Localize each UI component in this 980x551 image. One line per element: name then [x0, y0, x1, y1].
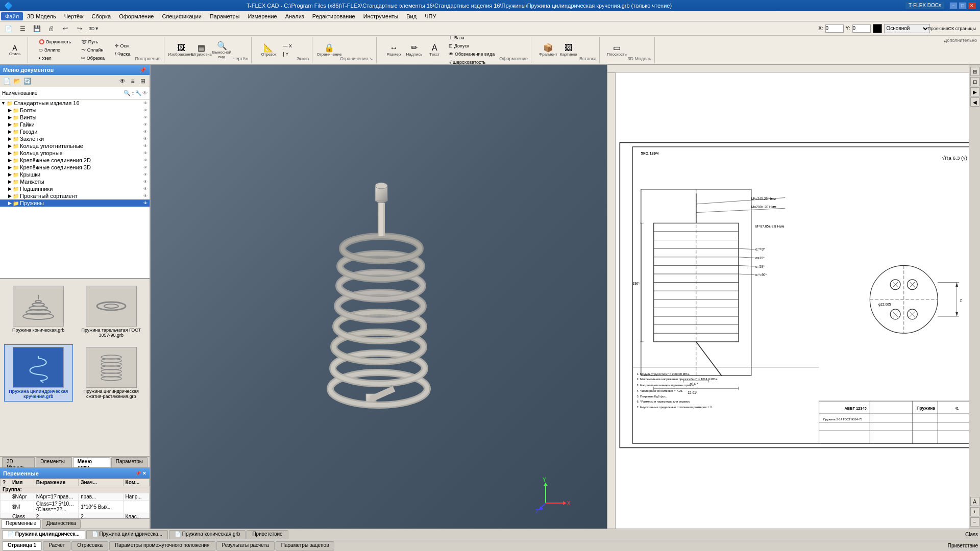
toolbar-3d[interactable]: 3D▼	[88, 23, 100, 34]
menu-specs[interactable]: Спецификации	[158, 12, 205, 20]
coord-y-input[interactable]	[852, 24, 871, 33]
toolbar-plane[interactable]: ▭ Плоскость	[607, 37, 626, 63]
toolbar-chamfer[interactable]: / Фаска	[111, 51, 134, 58]
toolbar-segment[interactable]: 📐 Отрезок	[259, 37, 278, 63]
style-combo[interactable]: Основной	[884, 24, 930, 33]
toolbar-inscription[interactable]: ✏ Надпись	[404, 37, 424, 63]
toolbar-hamburger[interactable]: ☰	[16, 23, 29, 34]
taskbar-item-2[interactable]: 📄 Пружина цилиндрическа...	[86, 530, 168, 539]
menu-drawing[interactable]: Чертёж	[60, 12, 88, 20]
taskbar-item-greeting[interactable]: Приветствие	[247, 530, 288, 539]
tree-screws[interactable]: ▶ 📁 Винты 👁	[0, 114, 150, 121]
doc-sort-icon[interactable]: ↕	[132, 90, 134, 96]
tab-diagnostics[interactable]: Диагностика	[42, 519, 81, 529]
toolbar-path[interactable]: ➰ Путь	[78, 38, 108, 46]
toolbar-constraint[interactable]: 🔒 Ограничение	[320, 37, 339, 63]
toolbar-print[interactable]: 🖨	[45, 23, 57, 34]
toolbar-node[interactable]: • Узел	[35, 55, 75, 62]
toolbar-style-btn[interactable]: A Стиль	[5, 37, 24, 63]
tree-nails[interactable]: ▶ 📁 Гвозди 👁	[0, 128, 150, 135]
menu-tools[interactable]: Инструменты	[359, 12, 403, 20]
taskbar-item-1[interactable]: 📄 Пружина цилиндрическ...	[2, 530, 85, 539]
toolbar-circle[interactable]: ⭕ Окружность	[35, 38, 75, 46]
drawing-content[interactable]: АВВГ 12345 Пружина 41 Пружина 2-14 ГОСТ …	[616, 73, 980, 517]
tree-nuts[interactable]: ▶ 📁 Гайки 👁	[0, 121, 150, 128]
tree-root[interactable]: ▼ 📁 Стандартные изделия 16 👁	[0, 99, 150, 107]
table-row[interactable]: $Nf Class=1?'5*10^6':{Class==2?... 1*10^…	[1, 500, 150, 513]
rstrip-view1[interactable]: ⊞	[970, 67, 979, 76]
toolbar-axes[interactable]: ✛ Оси	[111, 42, 134, 50]
rstrip-view4[interactable]: ◀	[970, 97, 979, 107]
rstrip-view7[interactable]: −	[970, 517, 979, 527]
toolbar-base[interactable]: ⊥ База	[445, 34, 498, 42]
menu-assembly[interactable]: Сборка	[88, 12, 115, 20]
toolbar-axis-y[interactable]: | Y	[279, 51, 296, 58]
tab-params[interactable]: Параметры	[111, 457, 148, 467]
tree-covers[interactable]: ▶ 📁 Крышки 👁	[0, 171, 150, 178]
rstrip-view3[interactable]: ▶	[970, 87, 979, 96]
tree-bearings[interactable]: ▶ 📁 Подшипники 👁	[0, 185, 150, 192]
minimize-button[interactable]: −	[949, 2, 958, 9]
doc-grid-btn[interactable]: ⊞	[138, 77, 148, 86]
menu-analysis[interactable]: Анализ	[281, 12, 308, 20]
tree-springs[interactable]: ▶ 📁 Пружины 👁	[0, 199, 150, 207]
thumb-conical-spring[interactable]: Пружина коническая.grb	[4, 283, 73, 340]
toolbar-dimension[interactable]: ↔ Размер	[384, 37, 403, 63]
table-row[interactable]: Class 2 2 Клас...	[1, 513, 150, 519]
toolbar-ellipse[interactable]: ⬭ Эллипс	[35, 46, 75, 54]
tab-3dmodel[interactable]: 3D Модель	[2, 457, 35, 467]
drawing-tab-page1[interactable]: Страница 1	[2, 541, 42, 550]
tree-rivets[interactable]: ▶ 📁 Заклёпки 👁	[0, 135, 150, 142]
coord-x-input[interactable]	[825, 24, 844, 33]
toolbar-text[interactable]: A Текст	[425, 37, 444, 63]
tree-sealing-rings[interactable]: ▶ 📁 Кольца уплотнительные 👁	[0, 142, 150, 149]
3d-view[interactable]: X Y Z	[151, 65, 607, 529]
doc-filter-icon[interactable]: 🔧	[135, 90, 141, 96]
drawing-tab-params[interactable]: Параметры промежуточного положения	[109, 541, 215, 550]
drawing-tab-results[interactable]: Результаты расчёта	[216, 541, 275, 550]
tab-elements[interactable]: Элементы ...	[36, 457, 72, 467]
taskbar-item-3[interactable]: 📄 Пружина коническая.grb	[169, 530, 246, 539]
toolbar-save[interactable]: 💾	[31, 23, 43, 34]
search-icon[interactable]: 🔍	[124, 90, 131, 96]
doc-menu-pin[interactable]: 📌	[139, 67, 146, 73]
tree-cuffs[interactable]: ▶ 📁 Манжеты 👁	[0, 178, 150, 185]
menu-formatting[interactable]: Оформление	[115, 12, 158, 20]
menu-view[interactable]: Вид	[402, 12, 421, 20]
doc-new-btn[interactable]: 📄	[2, 77, 11, 86]
tree-bolts[interactable]: ▶ 📁 Болты 👁	[0, 107, 150, 114]
doc-refresh-btn[interactable]: 🔄	[22, 77, 32, 86]
doc-open-btn[interactable]: 📂	[12, 77, 21, 86]
tree-thrust-rings[interactable]: ▶ 📁 Кольца упорные 👁	[0, 149, 150, 157]
maximize-button[interactable]: □	[959, 2, 967, 9]
toolbar-view-label[interactable]: 👁 Обозначение вида	[445, 51, 498, 58]
menu-params[interactable]: Параметры	[206, 12, 244, 20]
toolbar-undo[interactable]: ↩	[59, 23, 71, 34]
thumb-torsion-spring[interactable]: Пружина цилиндрическая кручения.grb	[4, 344, 73, 402]
rstrip-view2[interactable]: ⊡	[970, 77, 979, 86]
doc-view-btn[interactable]: 👁	[118, 77, 127, 86]
toolbar-fragment[interactable]: 📦 Фрагмент	[538, 37, 558, 63]
menu-edit[interactable]: Редактирование	[308, 12, 359, 20]
menu-measure[interactable]: Измерение	[244, 12, 281, 20]
table-row[interactable]: $NАpr NApr=1?'правое':'левое' прав... На…	[1, 493, 150, 500]
menu-file[interactable]: Файл	[1, 12, 23, 20]
menu-3dmodel[interactable]: 3D Модель	[23, 12, 60, 20]
thumb-compression-spring[interactable]: Пружина цилиндрическая сжатия-растяжения…	[77, 344, 146, 402]
toolbar-picture[interactable]: 🖼 Картинка	[559, 37, 578, 63]
toolbar-hatch[interactable]: ▤ Штриховка	[192, 37, 211, 63]
close-button[interactable]: ✕	[968, 2, 976, 9]
rstrip-view5[interactable]: A	[970, 497, 979, 506]
toolbar-tolerance[interactable]: ⊡ Допуск	[445, 42, 498, 50]
menu-cnc[interactable]: ЧПУ	[421, 12, 440, 20]
toolbar-detail-view[interactable]: 🔍 Выносной вид	[212, 37, 232, 63]
thumb-disc-spring[interactable]: Пружина тарельчатая ГОСТ 3057-90.grb	[77, 283, 146, 340]
doc-list-btn[interactable]: ≡	[128, 77, 137, 86]
toolbar-axis-x[interactable]: — X	[279, 42, 296, 50]
tree-rolled[interactable]: ▶ 📁 Прокатный сортамент 👁	[0, 192, 150, 199]
drawing-tab-draw[interactable]: Отрисовка	[71, 541, 108, 550]
toolbar-projection[interactable]: Проекция	[932, 23, 944, 34]
rstrip-view6[interactable]: +	[970, 507, 979, 516]
toolbar-trim[interactable]: ✂ Обрезка	[78, 55, 108, 62]
drawing-tab-catches[interactable]: Параметры зацепов	[276, 541, 335, 550]
